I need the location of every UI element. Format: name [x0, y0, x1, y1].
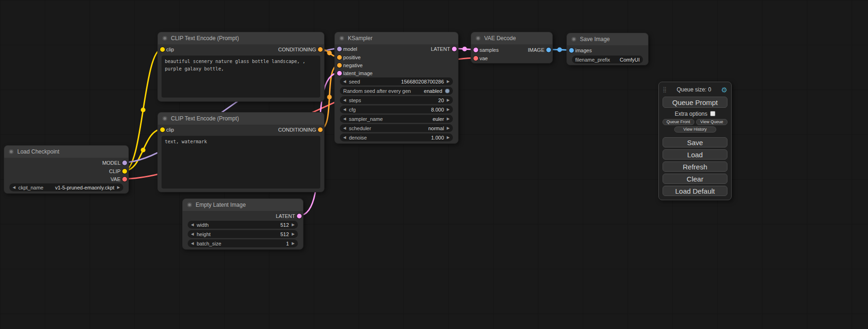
increment-arrow-icon[interactable]: ▶ [447, 105, 450, 113]
collapse-dot-icon[interactable] [162, 116, 167, 121]
widget-label: scheduler [349, 126, 371, 131]
collapse-dot-icon[interactable] [187, 203, 192, 207]
toggle-dot[interactable] [445, 89, 450, 93]
input-slot-clip[interactable] [160, 127, 165, 132]
widget-seed[interactable]: ◀ seed 156680208700286 ▶ [340, 77, 453, 85]
load-default-button[interactable]: Load Default [663, 186, 727, 196]
input-slot-clip[interactable] [160, 47, 165, 52]
decrement-arrow-icon[interactable]: ◀ [343, 124, 346, 132]
drag-handle-icon[interactable]: ⣿ [663, 87, 667, 92]
widget-value: 1 [286, 241, 289, 246]
node-empty-latent-image[interactable]: Empty Latent Image LATENT ◀ width 512 ▶ … [182, 198, 303, 250]
node-clip-text-encode-negative[interactable]: CLIP Text Encode (Prompt) clip CONDITION… [157, 112, 325, 192]
node-save-image[interactable]: Save Image images filename_prefix ComfyU… [566, 33, 649, 65]
node-titlebar[interactable]: CLIP Text Encode (Prompt) [158, 32, 324, 44]
node-titlebar[interactable]: Save Image [567, 33, 648, 45]
decrement-arrow-icon[interactable]: ◀ [343, 133, 346, 141]
output-label-latent: LATENT [431, 45, 450, 53]
increment-arrow-icon[interactable]: ▶ [447, 124, 450, 132]
decrement-arrow-icon[interactable]: ◀ [191, 230, 194, 238]
increment-arrow-icon[interactable]: ▶ [447, 133, 450, 141]
wire-midpoint-dot [141, 108, 146, 112]
increment-arrow-icon[interactable]: ▶ [117, 183, 120, 191]
widget-height[interactable]: ◀ height 512 ▶ [188, 230, 298, 238]
widget-denoise[interactable]: ◀ denoise 1.000 ▶ [340, 133, 453, 141]
node-load-checkpoint[interactable]: Load Checkpoint MODEL CLIP VAE ◀ ckpt_na… [4, 145, 129, 194]
load-button[interactable]: Load [663, 149, 727, 160]
node-titlebar[interactable]: KSampler [335, 32, 458, 44]
widget-filename-prefix[interactable]: filename_prefix ComfyUI [572, 56, 643, 63]
prompt-textarea[interactable]: text, watermark [162, 136, 320, 189]
decrement-arrow-icon[interactable]: ◀ [343, 105, 346, 113]
input-label-samples: samples [480, 46, 499, 54]
input-slot-samples[interactable] [473, 48, 478, 52]
extra-options-checkbox[interactable] [710, 111, 715, 116]
input-slot-vae[interactable] [473, 56, 478, 61]
gear-icon[interactable]: ⚙ [721, 86, 727, 93]
widget-sampler-name[interactable]: ◀ sampler_name euler ▶ [340, 115, 453, 123]
input-slot-negative[interactable] [337, 63, 342, 68]
input-slot-latent-image[interactable] [337, 71, 342, 76]
widget-label: height [197, 231, 211, 237]
increment-arrow-icon[interactable]: ▶ [447, 77, 450, 85]
widget-cfg[interactable]: ◀ cfg 8.000 ▶ [340, 105, 453, 113]
node-titlebar[interactable]: CLIP Text Encode (Prompt) [158, 112, 324, 125]
decrement-arrow-icon[interactable]: ◀ [191, 221, 194, 229]
output-label-conditioning: CONDITIONING [278, 126, 316, 133]
widget-width[interactable]: ◀ width 512 ▶ [188, 221, 298, 229]
collapse-dot-icon[interactable] [162, 36, 167, 41]
queue-front-button[interactable]: Queue Front [663, 119, 694, 125]
output-slot-latent[interactable] [452, 47, 457, 51]
widget-random-seed-toggle[interactable]: Random seed after every gen enabled [340, 87, 453, 95]
clear-button[interactable]: Clear [663, 174, 727, 184]
widget-steps[interactable]: ◀ steps 20 ▶ [340, 96, 453, 104]
input-slot-model[interactable] [337, 47, 342, 51]
collapse-dot-icon[interactable] [339, 36, 344, 41]
queue-prompt-button[interactable]: Queue Prompt [663, 97, 727, 108]
collapse-dot-icon[interactable] [476, 36, 480, 41]
widget-value: enabled [424, 88, 442, 94]
decrement-arrow-icon[interactable]: ◀ [13, 183, 15, 191]
widget-scheduler[interactable]: ◀ scheduler normal ▶ [340, 124, 453, 132]
output-slot-image[interactable] [546, 48, 551, 52]
input-label-images: images [575, 47, 592, 54]
input-slot-positive[interactable] [337, 55, 342, 60]
collapse-dot-icon[interactable] [9, 149, 14, 154]
input-slot-images[interactable] [569, 48, 574, 53]
save-button[interactable]: Save [663, 137, 727, 147]
output-label-latent: LATENT [276, 212, 295, 220]
increment-arrow-icon[interactable]: ▶ [292, 230, 295, 238]
decrement-arrow-icon[interactable]: ◀ [343, 96, 346, 104]
widget-ckpt-name[interactable]: ◀ ckpt_name v1-5-pruned-emaonly.ckpt ▶ [9, 183, 123, 191]
node-titlebar[interactable]: Load Checkpoint [4, 146, 128, 158]
decrement-arrow-icon[interactable]: ◀ [191, 239, 194, 247]
output-slot-latent[interactable] [297, 214, 302, 218]
output-slot-conditioning[interactable] [318, 47, 323, 52]
increment-arrow-icon[interactable]: ▶ [292, 221, 295, 229]
node-vae-decode[interactable]: VAE Decode samples vae IMAGE [471, 32, 553, 63]
input-label-negative: negative [343, 62, 363, 69]
widget-batch-size[interactable]: ◀ batch_size 1 ▶ [188, 239, 298, 247]
collapse-dot-icon[interactable] [572, 37, 576, 42]
prompt-textarea[interactable]: beautiful scenery nature glass bottle la… [162, 56, 320, 98]
view-queue-button[interactable]: View Queue [696, 119, 728, 125]
node-titlebar[interactable]: VAE Decode [471, 32, 552, 44]
output-slot-clip[interactable] [122, 169, 127, 174]
node-clip-text-encode-positive[interactable]: CLIP Text Encode (Prompt) clip CONDITION… [157, 32, 325, 102]
increment-arrow-icon[interactable]: ▶ [447, 115, 450, 123]
node-titlebar[interactable]: Empty Latent Image [183, 199, 303, 211]
refresh-button[interactable]: Refresh [663, 161, 727, 172]
queue-menu-panel: ⣿ Queue size: 0 ⚙ Queue Prompt Extra opt… [658, 82, 732, 200]
output-slot-model[interactable] [122, 161, 127, 165]
decrement-arrow-icon[interactable]: ◀ [343, 77, 346, 85]
input-label-vae: vae [480, 55, 488, 62]
widget-label: Random seed after every gen [343, 88, 411, 94]
output-slot-conditioning[interactable] [318, 127, 323, 132]
node-ksampler[interactable]: KSampler model positive negative latent_… [334, 32, 459, 144]
node-title: VAE Decode [484, 35, 516, 42]
increment-arrow-icon[interactable]: ▶ [447, 96, 450, 104]
view-history-button[interactable]: View History [674, 126, 716, 133]
decrement-arrow-icon[interactable]: ◀ [343, 115, 346, 123]
increment-arrow-icon[interactable]: ▶ [292, 239, 295, 247]
output-slot-vae[interactable] [122, 177, 127, 182]
